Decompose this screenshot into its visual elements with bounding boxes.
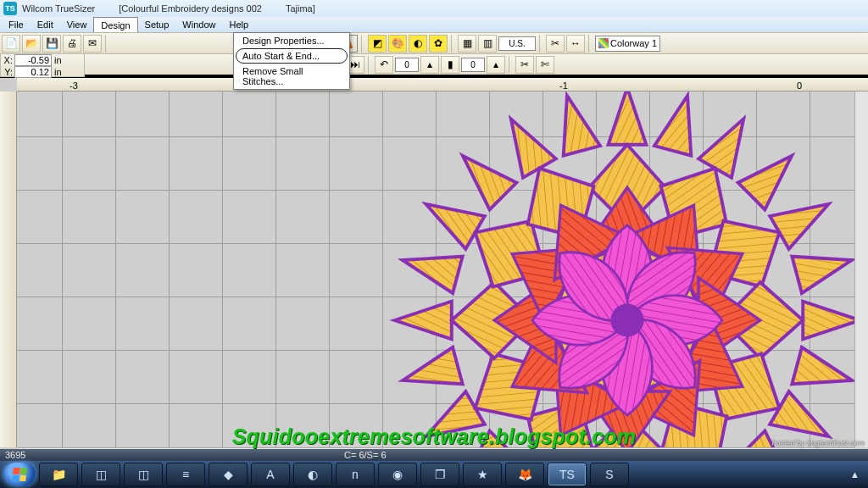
btn-shapes[interactable]: ◐ bbox=[409, 35, 427, 53]
spin-2-step[interactable]: ▴ bbox=[487, 56, 505, 74]
cut-tool[interactable]: ✂ bbox=[515, 56, 534, 74]
watermark: Squidooextremesoftware.blogspot.com bbox=[0, 424, 868, 449]
menu-edit[interactable]: Edit bbox=[31, 17, 60, 32]
toolbar-2: ⏮ ⏪ ◀ ▶ ⏩ ⏭ ↶ 0 ▴ ▮ 0 ▴ ✂ ✄ bbox=[0, 53, 868, 75]
hosted-tag: hosted by imgtechhost.com bbox=[771, 439, 865, 447]
taskbar-chrome[interactable]: ◉ bbox=[378, 463, 417, 486]
taskbar-media[interactable]: ◐ bbox=[293, 463, 332, 486]
menu-file[interactable]: File bbox=[2, 17, 31, 32]
y-label: Y: bbox=[1, 67, 14, 77]
x-unit: in bbox=[52, 55, 62, 65]
colorway-swatch-icon bbox=[598, 38, 609, 48]
print-button[interactable]: 🖨 bbox=[63, 35, 81, 53]
menu-help[interactable]: Help bbox=[222, 17, 255, 32]
grid-overlay bbox=[17, 92, 854, 447]
h-ruler: -3 -2 -1 0 bbox=[17, 78, 868, 92]
app-icon: TS bbox=[3, 2, 17, 15]
save-button[interactable]: 💾 bbox=[42, 35, 61, 53]
app-title: Wilcom TrueSizer bbox=[22, 3, 95, 14]
colorway-label: Colorway 1 bbox=[610, 38, 657, 48]
menu-design[interactable]: Design bbox=[93, 17, 137, 32]
grid-button[interactable]: ▦ bbox=[458, 35, 476, 53]
taskbar-document[interactable]: ❐ bbox=[420, 463, 459, 486]
new-button[interactable]: 📄 bbox=[2, 35, 20, 53]
status-count: 3695 bbox=[5, 450, 56, 460]
workspace: -3 -2 -1 0 bbox=[0, 78, 868, 461]
taskbar-adobe[interactable]: A bbox=[251, 463, 290, 486]
marker-button[interactable]: ▮ bbox=[441, 56, 459, 74]
menu-bar: File Edit View Design Setup Window Help bbox=[0, 17, 868, 32]
menu-window[interactable]: Window bbox=[175, 17, 222, 32]
doc-format: Tajima] bbox=[286, 3, 315, 14]
windows-icon bbox=[12, 468, 27, 481]
tray-icon[interactable]: ▲ bbox=[850, 469, 860, 480]
taskbar-firefox[interactable]: 🦊 bbox=[505, 463, 544, 486]
menu-design-properties[interactable]: Design Properties... bbox=[234, 33, 349, 48]
btn-flower[interactable]: ✿ bbox=[429, 35, 448, 53]
status-cs: C= 6/S= 6 bbox=[344, 450, 395, 460]
taskbar-vbox2[interactable]: ◫ bbox=[124, 463, 163, 486]
title-bar: TS Wilcom TrueSizer [Colourful Embroider… bbox=[0, 0, 868, 17]
taskbar-truesizer[interactable]: TS bbox=[548, 463, 587, 486]
taskbar-skype[interactable]: S bbox=[590, 463, 629, 486]
status-bar: 3695 C= 6/S= 6 bbox=[0, 449, 868, 461]
taskbar-app-n[interactable]: n bbox=[336, 463, 375, 486]
design-dropdown: Design Properties... Auto Start & End...… bbox=[233, 32, 350, 90]
menu-remove-small-stitches[interactable]: Remove Small Stitches... bbox=[234, 64, 349, 89]
menu-auto-start-end[interactable]: Auto Start & End... bbox=[234, 48, 349, 64]
dim-button[interactable]: ↔ bbox=[566, 35, 585, 53]
y-unit: in bbox=[52, 67, 62, 77]
system-tray[interactable]: ▲ bbox=[850, 469, 865, 480]
spin-2[interactable]: 0 bbox=[461, 58, 485, 72]
btn-yellow[interactable]: ◩ bbox=[368, 35, 387, 53]
taskbar-app-star[interactable]: ★ bbox=[463, 463, 502, 486]
undo-button[interactable]: ↶ bbox=[375, 56, 393, 74]
x-label: X: bbox=[1, 55, 14, 65]
units-select[interactable]: U.S. bbox=[498, 36, 536, 51]
x-value[interactable]: -0.59 bbox=[14, 54, 52, 66]
taskbar: 📁◫◫≡◆A◐n◉❐★🦊TSS ▲ bbox=[0, 461, 868, 488]
coord-panel: X: -0.59 in Y: 0.12 in bbox=[0, 53, 85, 77]
taskbar-unknown[interactable]: ◆ bbox=[209, 463, 248, 486]
v-ruler bbox=[0, 92, 17, 447]
y-value[interactable]: 0.12 bbox=[14, 66, 52, 78]
btn-palette[interactable]: 🎨 bbox=[388, 35, 407, 53]
measure-button[interactable]: ✂ bbox=[546, 35, 565, 53]
start-button[interactable] bbox=[3, 463, 36, 486]
v-scrollbar[interactable] bbox=[854, 92, 868, 447]
canvas[interactable] bbox=[17, 92, 854, 447]
spin-1-step[interactable]: ▴ bbox=[420, 56, 439, 74]
doc-title: [Colourful Embroidery designs 002 bbox=[119, 3, 262, 14]
send-button[interactable]: ✉ bbox=[83, 35, 102, 53]
trim-tool[interactable]: ✄ bbox=[536, 56, 554, 74]
open-button[interactable]: 📂 bbox=[22, 35, 41, 53]
toolbar-1: 📄 📂 💾 🖨 ✉ ◩ 🎨 ◐ ✿ ▦ ▥ U.S. ✂ ↔ Colorway … bbox=[0, 32, 868, 53]
taskbar-mixer[interactable]: ≡ bbox=[166, 463, 205, 486]
spin-1[interactable]: 0 bbox=[395, 58, 419, 72]
colorway-select[interactable]: Colorway 1 bbox=[595, 36, 660, 52]
menu-view[interactable]: View bbox=[60, 17, 94, 32]
menu-setup[interactable]: Setup bbox=[138, 17, 176, 32]
taskbar-vbox[interactable]: ◫ bbox=[81, 463, 120, 486]
ruler-button[interactable]: ▥ bbox=[478, 35, 497, 53]
taskbar-explorer[interactable]: 📁 bbox=[39, 463, 78, 486]
